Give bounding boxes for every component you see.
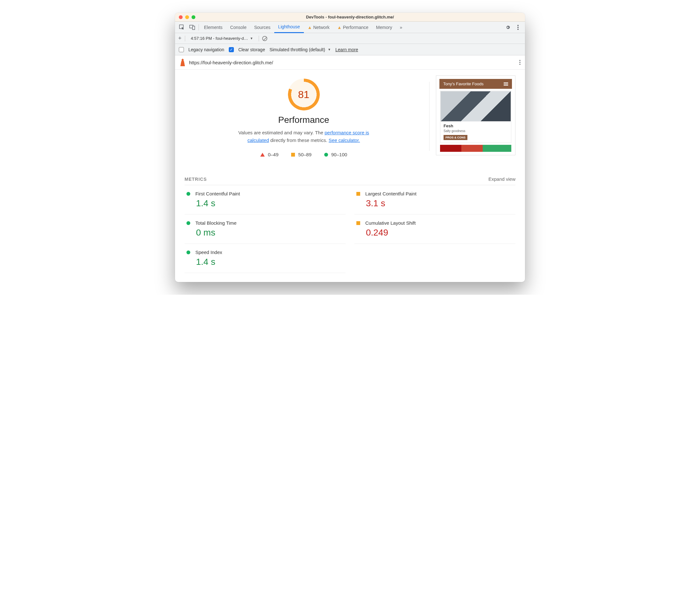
window-title: DevTools - foul-heavenly-direction.glitc… bbox=[175, 15, 525, 19]
metric-value: 1.4 s bbox=[196, 257, 345, 267]
zoom-window-button[interactable] bbox=[192, 15, 195, 19]
score-value: 81 bbox=[288, 78, 320, 111]
warning-icon: ▲ bbox=[308, 22, 312, 33]
metric-name: Total Blocking Time bbox=[195, 220, 236, 226]
svg-point-5 bbox=[517, 29, 518, 30]
preview-image bbox=[440, 91, 511, 122]
metric-name: Largest Contentful Paint bbox=[365, 191, 416, 196]
report-menu-icon[interactable] bbox=[519, 60, 521, 65]
preview-title: Tony's Favorite Foods bbox=[443, 81, 484, 86]
tab-memory[interactable]: Memory bbox=[372, 22, 396, 33]
metric-value: 0.249 bbox=[366, 228, 515, 238]
score-section: 81 Performance Values are estimated and … bbox=[185, 75, 423, 157]
device-toolbar-icon[interactable] bbox=[187, 22, 197, 33]
tab-performance[interactable]: ▲Performance bbox=[334, 22, 372, 33]
metric-name: Cumulative Layout Shift bbox=[365, 220, 415, 226]
clear-storage-label: Clear storage bbox=[238, 47, 265, 52]
page-preview: Tony's Favorite Foods Fesh Salty goodnes… bbox=[436, 75, 515, 155]
minimize-window-button[interactable] bbox=[185, 15, 189, 19]
circle-green-icon bbox=[324, 153, 328, 157]
preview-second-image bbox=[440, 145, 511, 152]
svg-point-7 bbox=[519, 60, 520, 61]
metric-name: Speed Index bbox=[195, 250, 222, 255]
more-tabs-button[interactable]: » bbox=[396, 22, 406, 33]
circle-green-icon bbox=[187, 251, 190, 254]
separator bbox=[185, 36, 185, 41]
legacy-nav-label: Legacy navigation bbox=[188, 47, 224, 52]
report-dropdown-label: 4:57:16 PM - foul-heavenly-direction.gli… bbox=[191, 36, 248, 41]
legend-pass: 90–100 bbox=[324, 152, 347, 157]
legacy-nav-checkbox[interactable] bbox=[179, 47, 184, 52]
chevron-down-icon[interactable]: ▼ bbox=[328, 48, 331, 51]
clear-icon[interactable] bbox=[262, 36, 267, 41]
hamburger-icon bbox=[504, 83, 508, 86]
circle-green-icon bbox=[187, 192, 190, 196]
metric-item[interactable]: Largest Contentful Paint3.1 s bbox=[355, 185, 515, 214]
metric-value: 3.1 s bbox=[366, 198, 515, 208]
metrics-grid: First Contentful Paint1.4 sLargest Conte… bbox=[185, 185, 515, 273]
tab-network[interactable]: ▲Network bbox=[304, 22, 334, 33]
metric-item[interactable]: Total Blocking Time0 ms bbox=[185, 214, 345, 244]
svg-rect-2 bbox=[193, 26, 195, 30]
kebab-menu-icon[interactable] bbox=[513, 22, 523, 33]
learn-more-link[interactable]: Learn more bbox=[335, 47, 358, 52]
vertical-divider bbox=[429, 82, 430, 151]
clear-storage-checkbox[interactable]: ✓ bbox=[229, 47, 234, 52]
pros-cons-button: PROS & CONS bbox=[443, 135, 467, 140]
toolbar-separator bbox=[198, 24, 199, 30]
lighthouse-logo-icon bbox=[179, 59, 186, 66]
metric-value: 0 ms bbox=[196, 228, 345, 238]
svg-rect-6 bbox=[182, 60, 184, 61]
lighthouse-subbar: + 4:57:16 PM - foul-heavenly-direction.g… bbox=[175, 33, 525, 44]
square-orange-icon bbox=[291, 153, 295, 157]
inspect-element-icon[interactable] bbox=[177, 22, 187, 33]
metric-item[interactable]: First Contentful Paint1.4 s bbox=[185, 185, 345, 214]
svg-point-8 bbox=[519, 62, 520, 63]
report-content: 81 Performance Values are estimated and … bbox=[175, 70, 525, 282]
metric-item[interactable]: Speed Index1.4 s bbox=[185, 244, 345, 273]
throttling-label: Simulated throttling (default) bbox=[269, 47, 325, 52]
separator bbox=[259, 36, 259, 41]
warning-icon: ▲ bbox=[337, 22, 342, 33]
traffic-lights bbox=[179, 15, 195, 19]
close-window-button[interactable] bbox=[179, 15, 183, 19]
see-calculator-link[interactable]: See calculator. bbox=[329, 138, 360, 143]
metric-value: 1.4 s bbox=[196, 198, 345, 208]
titlebar: DevTools - foul-heavenly-direction.glitc… bbox=[175, 13, 525, 22]
score-legend: 0–49 50–89 90–100 bbox=[260, 152, 347, 157]
expand-view-toggle[interactable]: Expand view bbox=[488, 176, 515, 182]
legend-average: 50–89 bbox=[291, 152, 312, 157]
devtools-window: DevTools - foul-heavenly-direction.glitc… bbox=[175, 13, 525, 282]
metrics-heading: METRICS bbox=[185, 177, 207, 182]
new-report-plus-icon[interactable]: + bbox=[178, 35, 182, 42]
chevron-down-icon: ▼ bbox=[250, 37, 253, 40]
tab-lighthouse[interactable]: Lighthouse bbox=[274, 22, 304, 33]
preview-header: Tony's Favorite Foods bbox=[439, 79, 512, 89]
preview-card: Fesh Salty goodness PROS & CONS bbox=[440, 91, 511, 143]
legend-fail: 0–49 bbox=[260, 152, 279, 157]
svg-point-9 bbox=[519, 64, 520, 65]
preview-card-sub: Salty goodness bbox=[443, 129, 508, 133]
category-description: Values are estimated and may vary. The p… bbox=[234, 129, 374, 144]
square-orange-icon bbox=[356, 192, 360, 196]
preview-card-title: Fesh bbox=[443, 123, 508, 128]
metric-item[interactable]: Cumulative Layout Shift0.249 bbox=[355, 214, 515, 244]
tab-sources[interactable]: Sources bbox=[250, 22, 274, 33]
report-url: https://foul-heavenly-direction.glitch.m… bbox=[189, 60, 516, 65]
tab-elements[interactable]: Elements bbox=[200, 22, 226, 33]
svg-point-4 bbox=[517, 27, 518, 28]
svg-point-3 bbox=[517, 25, 518, 26]
lighthouse-options: Legacy navigation ✓ Clear storage Simula… bbox=[175, 44, 525, 55]
settings-gear-icon[interactable] bbox=[503, 22, 513, 33]
triangle-red-icon bbox=[260, 153, 265, 157]
metric-name: First Contentful Paint bbox=[195, 191, 240, 196]
square-orange-icon bbox=[356, 221, 360, 225]
report-dropdown[interactable]: 4:57:16 PM - foul-heavenly-direction.gli… bbox=[188, 35, 256, 41]
tab-console[interactable]: Console bbox=[226, 22, 250, 33]
circle-green-icon bbox=[187, 221, 190, 225]
main-toolbar: Elements Console Sources Lighthouse ▲Net… bbox=[175, 22, 525, 33]
metrics-header: METRICS Expand view bbox=[185, 176, 515, 185]
report-url-row: https://foul-heavenly-direction.glitch.m… bbox=[175, 55, 525, 70]
category-title: Performance bbox=[278, 115, 329, 125]
score-gauge[interactable]: 81 bbox=[288, 78, 320, 111]
